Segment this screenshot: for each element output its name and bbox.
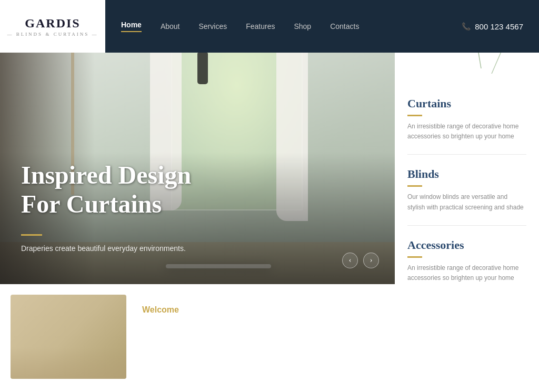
slider-prev-button[interactable]: ‹ xyxy=(342,253,358,268)
category-accessories: Accessories An irresistible range of dec… xyxy=(407,226,526,296)
category-blinds-desc: Our window blinds are versatile and styl… xyxy=(407,192,526,212)
bottom-welcome: Welcome xyxy=(126,295,195,325)
phone-icon: 📞 xyxy=(462,22,471,31)
category-blinds-underline xyxy=(407,185,422,187)
category-curtains-desc: An irresistible range of decorative home… xyxy=(407,122,526,142)
category-blinds-title: Blinds xyxy=(407,167,526,181)
thumbnail-overlay xyxy=(11,347,126,379)
logo-subtitle: — Blinds & Curtains — xyxy=(7,32,98,37)
nav-item-about[interactable]: About xyxy=(161,22,180,31)
logo: GARDIS — Blinds & Curtains — xyxy=(0,0,105,53)
nav-item-services[interactable]: Services xyxy=(199,22,227,31)
nav-item-features[interactable]: Features xyxy=(246,22,275,31)
logo-title: GARDIS xyxy=(25,16,80,31)
category-curtains-title: Curtains xyxy=(407,97,526,110)
hero-title: Inspired Design For Curtains xyxy=(21,160,191,218)
category-accessories-underline xyxy=(407,256,422,258)
nav-links: Home About Services Features Shop Contac… xyxy=(121,21,462,32)
phone-number: 📞 800 123 4567 xyxy=(462,22,523,31)
hero-subtitle: Draperies create beautiful everyday envi… xyxy=(21,244,191,253)
category-curtains-underline xyxy=(407,115,422,116)
category-blinds: Blinds Our window blinds are versatile a… xyxy=(407,155,526,225)
bottom-section: Welcome xyxy=(0,284,395,392)
phone-text: 800 123 4567 xyxy=(475,22,523,31)
category-curtains: Curtains An irresistible range of decora… xyxy=(407,84,526,155)
right-panel: Curtains An irresistible range of decora… xyxy=(395,0,539,392)
slider-next-button[interactable]: › xyxy=(363,253,379,268)
hero-divider xyxy=(21,234,42,236)
bottom-thumbnail xyxy=(11,295,126,379)
nav-item-home[interactable]: Home xyxy=(121,21,142,32)
category-accessories-desc: An irresistible range of decorative home… xyxy=(407,263,526,283)
category-accessories-title: Accessories xyxy=(407,238,526,252)
navbar: GARDIS — Blinds & Curtains — Home About … xyxy=(0,0,539,53)
nav-menu: Home About Services Features Shop Contac… xyxy=(105,0,539,53)
nav-item-shop[interactable]: Shop xyxy=(294,22,311,31)
welcome-label: Welcome xyxy=(142,305,179,315)
categories-list: Curtains An irresistible range of decora… xyxy=(407,84,526,296)
nav-item-contacts[interactable]: Contacts xyxy=(330,22,359,31)
slider-controls: ‹ › xyxy=(342,253,379,268)
